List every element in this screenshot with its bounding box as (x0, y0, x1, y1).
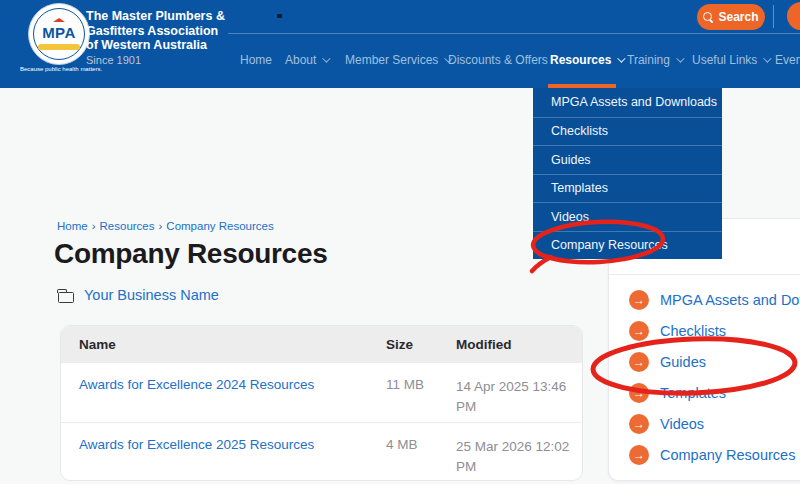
breadcrumb-home[interactable]: Home (57, 220, 88, 232)
column-header-size: Size (386, 337, 456, 352)
dropdown-item-company-resources[interactable]: Company Resources (533, 231, 722, 260)
arrow-right-icon (629, 290, 649, 310)
file-modified: 25 Mar 2026 12:02 PM (456, 437, 574, 476)
nav-item-useful-links[interactable]: Useful Links (692, 53, 769, 67)
table-header-row: Name Size Modified (61, 326, 582, 363)
org-name-line3: of Western Australia (86, 38, 225, 53)
dropdown-item-videos[interactable]: Videos (533, 202, 722, 231)
org-since: Since 1901 (86, 54, 141, 66)
sidebar-item-label: Company Resources (660, 447, 795, 463)
sidebar-item-label: Templates (660, 385, 726, 401)
dropdown-item-mpga-assets[interactable]: MPGA Assets and Downloads (533, 88, 722, 117)
nav-label: About (285, 53, 316, 67)
org-name-line2: Gasfitters Association (86, 24, 225, 39)
nav-item-about[interactable]: About (285, 53, 328, 67)
nav-label: Home (240, 53, 272, 67)
logo-roof-icon (53, 18, 65, 22)
breadcrumb-separator: › (159, 220, 163, 232)
file-link[interactable]: Awards for Excellence 2025 Resources (79, 437, 314, 452)
sidebar-item-label: Guides (660, 354, 706, 370)
dropdown-item-templates[interactable]: Templates (533, 174, 722, 203)
nav-label: Resources (550, 53, 611, 67)
nav-item-home[interactable]: Home (240, 53, 272, 67)
table-row: Awards for Excellence 2024 Resources 11 … (61, 363, 582, 422)
column-header-modified: Modified (456, 337, 582, 352)
sidebar-link-list: MPGA Assets and Downloads Checklists Gui… (609, 275, 800, 470)
breadcrumb-separator: › (92, 220, 96, 232)
breadcrumb: Home›Resources›Company Resources (57, 220, 274, 232)
sidebar-item-templates[interactable]: Templates (609, 377, 800, 408)
file-modified: 14 Apr 2025 13:46 PM (456, 377, 574, 416)
file-size: 11 MB (386, 377, 456, 392)
chevron-down-icon (676, 54, 684, 62)
dropdown-item-guides[interactable]: Guides (533, 145, 722, 174)
site-header: MPA Because public health matters. The M… (0, 0, 800, 88)
nav-label: Training (627, 53, 670, 67)
nav-label: Events (775, 53, 800, 67)
sidebar-item-checklists[interactable]: Checklists (609, 315, 800, 346)
sidebar-item-mpga-assets[interactable]: MPGA Assets and Downloads (609, 284, 800, 315)
breadcrumb-company-resources[interactable]: Company Resources (166, 220, 273, 232)
sidebar-item-label: MPGA Assets and Downloads (660, 292, 800, 308)
nav-item-discounts-offers[interactable]: Discounts & Offers (448, 53, 548, 67)
nav-item-events[interactable]: Events (775, 53, 800, 67)
header-vertical-divider (773, 5, 774, 28)
org-name-line1: The Master Plumbers & (86, 9, 225, 24)
logo-tagline: Because public health matters. (20, 66, 100, 72)
nav-item-resources[interactable]: Resources (550, 53, 623, 67)
search-button[interactable]: Search (697, 4, 765, 30)
header-round-button[interactable] (787, 2, 800, 30)
nav-label: Discounts & Offers (448, 53, 548, 67)
resources-table: Name Size Modified Awards for Excellence… (60, 325, 583, 481)
dropdown-item-checklists[interactable]: Checklists (533, 117, 722, 146)
folder-icon (58, 292, 74, 303)
resources-dropdown-menu: MPGA Assets and Downloads Checklists Gui… (533, 88, 722, 259)
file-size: 4 MB (386, 437, 456, 452)
search-icon (703, 12, 713, 22)
chevron-down-icon (618, 54, 626, 62)
arrow-right-icon (629, 414, 649, 434)
search-button-label: Search (718, 10, 758, 24)
page-title: Company Resources (54, 238, 327, 270)
business-name-link[interactable]: Your Business Name (84, 287, 219, 303)
nav-label: Useful Links (692, 53, 757, 67)
nav-item-member-services[interactable]: Member Services (345, 53, 450, 67)
arrow-right-icon (629, 445, 649, 465)
table-row: Awards for Excellence 2025 Resources 4 M… (61, 422, 582, 481)
mpa-logo[interactable]: MPA (28, 3, 90, 65)
sidebar-item-label: Videos (660, 416, 704, 432)
arrow-right-icon (629, 352, 649, 372)
sidebar-item-company-resources[interactable]: Company Resources (609, 439, 800, 470)
logo-monogram: MPA (29, 24, 89, 41)
logo-ribbon (38, 44, 80, 50)
nav-label: Member Services (345, 53, 438, 67)
org-name: The Master Plumbers & Gasfitters Associa… (86, 9, 225, 53)
chevron-down-icon (323, 54, 331, 62)
sidebar-item-guides[interactable]: Guides (609, 346, 800, 377)
arrow-right-icon (629, 321, 649, 341)
cursor-artifact (277, 14, 282, 18)
chevron-down-icon (764, 54, 772, 62)
column-header-name: Name (61, 337, 386, 352)
breadcrumb-resources[interactable]: Resources (100, 220, 155, 232)
arrow-right-icon (629, 383, 649, 403)
header-divider (228, 33, 800, 34)
sidebar-item-label: Checklists (660, 323, 726, 339)
file-link[interactable]: Awards for Excellence 2024 Resources (79, 377, 314, 392)
sidebar-item-videos[interactable]: Videos (609, 408, 800, 439)
nav-item-training[interactable]: Training (627, 53, 682, 67)
